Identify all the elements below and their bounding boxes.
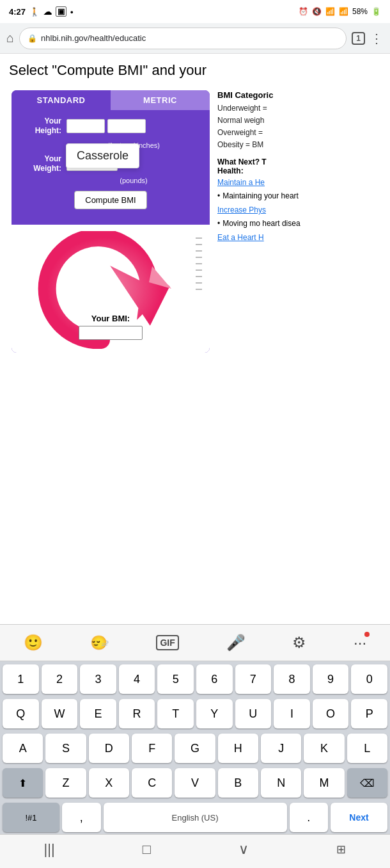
- bmi-graphic: Your BMI:: [12, 225, 210, 353]
- notification-dot: [364, 632, 370, 637]
- key-e[interactable]: E: [80, 699, 116, 728]
- page-content: Select "Compute BMI" and your STANDARD M…: [0, 54, 390, 358]
- sticker-icon[interactable]: 🙂‍↔️: [90, 634, 109, 652]
- bmi-what-next: What Next? T Health:: [217, 157, 378, 175]
- more-icon[interactable]: ···: [354, 634, 366, 652]
- key-k[interactable]: K: [304, 734, 344, 763]
- backspace-key[interactable]: ⌫: [347, 768, 387, 798]
- autocomplete-popup[interactable]: Casserole: [66, 143, 139, 168]
- key-1[interactable]: 1: [3, 664, 39, 694]
- space-key[interactable]: English (US): [104, 803, 287, 832]
- height-label: YourHeight:: [20, 117, 61, 136]
- period-key[interactable]: .: [290, 803, 329, 832]
- url-bar[interactable]: 🔒 nhlbi.nih.gov/health/educatic: [19, 28, 347, 49]
- key-7[interactable]: 7: [235, 664, 272, 694]
- bmi-categories-text: Underweight = Normal weigh Overweight = …: [217, 102, 378, 152]
- key-h[interactable]: H: [218, 734, 258, 763]
- cloud-icon: ☁: [43, 7, 52, 17]
- key-4[interactable]: 4: [119, 664, 155, 694]
- shift-key[interactable]: ⬆: [3, 768, 43, 798]
- key-z[interactable]: Z: [45, 768, 86, 798]
- asdf-row: A S D F G H J K L: [0, 730, 390, 765]
- compute-bmi-button[interactable]: Compute BMI: [74, 191, 146, 209]
- nav-recent-icon[interactable]: ∨: [238, 841, 249, 858]
- settings-icon[interactable]: ⚙: [292, 634, 306, 652]
- bmi-line3: Overweight =: [217, 128, 263, 137]
- key-j[interactable]: J: [261, 734, 301, 763]
- bottom-row: !#1 , English (US) . Next: [0, 800, 390, 834]
- menu-dots-icon[interactable]: ⋮: [370, 31, 384, 46]
- height-inputs: [66, 119, 146, 133]
- key-p[interactable]: P: [351, 699, 387, 728]
- next-key[interactable]: Next: [331, 803, 387, 832]
- key-x[interactable]: X: [89, 768, 129, 798]
- key-0[interactable]: 0: [351, 664, 387, 694]
- height-field: YourHeight:: [20, 117, 201, 136]
- url-text: nhlbi.nih.gov/health/educatic: [41, 33, 146, 43]
- mic-icon[interactable]: 🎤: [226, 634, 246, 652]
- key-o[interactable]: O: [313, 699, 349, 728]
- key-2[interactable]: 2: [42, 664, 78, 694]
- key-q[interactable]: Q: [3, 699, 39, 728]
- bmi-result-input[interactable]: [79, 326, 143, 340]
- nav-back-icon[interactable]: |||: [44, 841, 55, 858]
- bmi-bullet2: • Moving mo heart disea: [217, 218, 378, 229]
- emoji-icon[interactable]: 🙂: [24, 634, 43, 652]
- symbols-key[interactable]: !#1: [3, 803, 59, 832]
- key-v[interactable]: V: [175, 768, 215, 798]
- bmi-categories-title: BMI Categoric: [217, 90, 378, 100]
- key-w[interactable]: W: [42, 699, 78, 728]
- bottom-nav: ||| □ ∨ ⊞: [0, 834, 390, 868]
- status-bar: 4:27 🚶 ☁ ▣ • ⏰ 🔇 📶 📶 58% 🔋: [0, 0, 390, 23]
- bmi-link1[interactable]: Maintain a He: [217, 178, 378, 187]
- key-6[interactable]: 6: [196, 664, 233, 694]
- key-a[interactable]: A: [3, 734, 43, 763]
- alarm-icon: ⏰: [299, 7, 308, 16]
- tab-metric[interactable]: METRIC: [111, 90, 210, 110]
- key-m[interactable]: M: [304, 768, 344, 798]
- screenshot-icon: ▣: [56, 6, 66, 17]
- key-c[interactable]: C: [132, 768, 172, 798]
- key-s[interactable]: S: [45, 734, 86, 763]
- height-input-row: [66, 119, 146, 133]
- nav-grid-icon[interactable]: ⊞: [336, 842, 346, 856]
- wifi-icon: 📶: [325, 7, 335, 16]
- key-8[interactable]: 8: [274, 664, 310, 694]
- key-9[interactable]: 9: [313, 664, 349, 694]
- height-feet-input[interactable]: [66, 119, 105, 133]
- key-u[interactable]: U: [235, 699, 272, 728]
- status-right: ⏰ 🔇 📶 📶 58% 🔋: [299, 7, 381, 16]
- key-5[interactable]: 5: [157, 664, 194, 694]
- battery-icon: 🔋: [371, 7, 381, 16]
- key-f[interactable]: F: [132, 734, 172, 763]
- browser-bar: ⌂ 🔒 nhlbi.nih.gov/health/educatic 1 ⋮: [0, 23, 390, 54]
- key-d[interactable]: D: [89, 734, 129, 763]
- key-r[interactable]: R: [119, 699, 155, 728]
- weight-label: YourWeight:: [20, 154, 61, 174]
- key-b[interactable]: B: [218, 768, 258, 798]
- status-left: 4:27 🚶 ☁ ▣ •: [9, 6, 74, 17]
- gif-icon[interactable]: GIF: [156, 635, 178, 650]
- comma-key[interactable]: ,: [62, 803, 101, 832]
- key-3[interactable]: 3: [80, 664, 116, 694]
- bmi-form: YourHeight: (feet and inches) YourWeight…: [12, 110, 210, 225]
- bmi-link2[interactable]: Increase Phys: [217, 205, 378, 214]
- signal-icon: 📶: [339, 7, 348, 16]
- key-t[interactable]: T: [157, 699, 194, 728]
- qwerty-row: Q W E R T Y U I O P: [0, 696, 390, 730]
- bmi-line2: Normal weigh: [217, 116, 264, 125]
- bmi-link3[interactable]: Eat a Heart H: [217, 233, 378, 242]
- key-l[interactable]: L: [347, 734, 387, 763]
- tab-standard[interactable]: STANDARD: [12, 90, 111, 110]
- bmi-result-box: Your BMI:: [79, 314, 143, 340]
- key-n[interactable]: N: [261, 768, 301, 798]
- nav-home-icon[interactable]: □: [143, 841, 151, 858]
- bmi-line4: Obesity = BM: [217, 140, 263, 149]
- key-y[interactable]: Y: [196, 699, 233, 728]
- height-inches-input[interactable]: [107, 119, 146, 133]
- bmi-info: BMI Categoric Underweight = Normal weigh…: [217, 90, 378, 353]
- key-i[interactable]: I: [274, 699, 310, 728]
- key-g[interactable]: G: [175, 734, 215, 763]
- home-icon[interactable]: ⌂: [6, 31, 14, 45]
- tab-count[interactable]: 1: [352, 32, 365, 45]
